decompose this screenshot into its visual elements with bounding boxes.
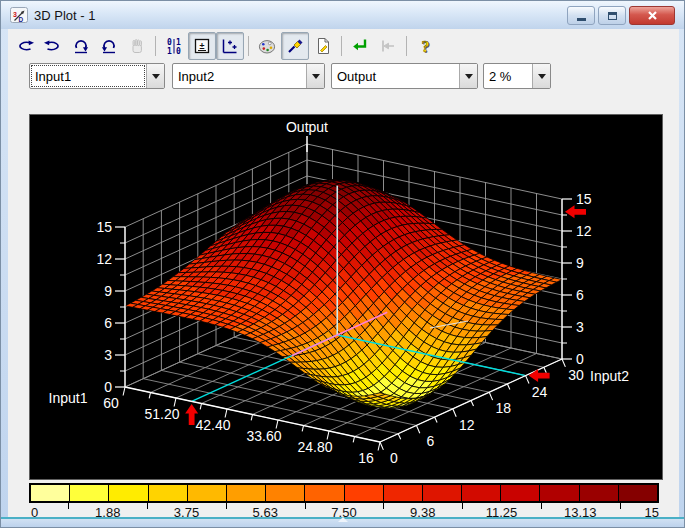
- colorbar-cell: [580, 485, 619, 501]
- rotate-down-button[interactable]: [95, 32, 123, 60]
- rotate-up-button[interactable]: [67, 32, 95, 60]
- surface-plot-canvas[interactable]: 03691215036912156051.2042.4033.6024.8016…: [30, 115, 662, 479]
- axis-box-icon: ±: [192, 36, 212, 56]
- svg-text:0: 0: [176, 47, 181, 56]
- help-icon: ? ?: [415, 36, 435, 56]
- help-button[interactable]: ? ?: [411, 32, 439, 60]
- colorbar-cell: [31, 485, 70, 501]
- z-axis-select[interactable]: Output: [331, 63, 478, 89]
- axis-box-toggle-button[interactable]: ±: [188, 32, 216, 60]
- trace-arrow-icon: [350, 36, 370, 56]
- svg-text:Input1: Input1: [49, 390, 88, 406]
- svg-text:D: D: [19, 16, 24, 23]
- axes-toggle-button[interactable]: [216, 32, 244, 60]
- svg-text:6: 6: [427, 433, 435, 449]
- paint-surface-button[interactable]: [281, 32, 309, 60]
- colorbar-cell: [423, 485, 462, 501]
- page-icon: [313, 36, 333, 56]
- pan-hand-icon: [127, 36, 147, 56]
- x-axis-select[interactable]: Input1: [29, 63, 165, 89]
- z-axis-select-value: Output: [332, 64, 459, 88]
- colorbar-cell: [462, 485, 501, 501]
- toolbar-separator: [341, 36, 342, 56]
- palette-icon: [257, 36, 277, 56]
- svg-text:12: 12: [576, 223, 592, 239]
- rotate-down-icon: [99, 36, 119, 56]
- colorbar-cell: [70, 485, 109, 501]
- rotate-right-button[interactable]: [39, 32, 67, 60]
- colorbar-tick: [383, 503, 384, 509]
- colorbar-cell: [345, 485, 384, 501]
- svg-text:42.40: 42.40: [195, 417, 230, 433]
- colorbar-gradient: [29, 483, 659, 503]
- svg-text:3: 3: [104, 347, 112, 363]
- svg-text:±: ±: [200, 41, 205, 51]
- toolbar-separator: [406, 36, 407, 56]
- dropdown-arrow-icon[interactable]: [532, 64, 550, 88]
- svg-text:12: 12: [459, 417, 475, 433]
- rotate-up-icon: [71, 36, 91, 56]
- svg-text:24: 24: [532, 384, 548, 400]
- svg-text:1: 1: [167, 47, 172, 56]
- colorbar-tick: [462, 503, 463, 509]
- colorbar-tick: [541, 503, 542, 509]
- colorbar-cell: [266, 485, 305, 501]
- colorbar-tick: [620, 503, 621, 509]
- svg-text:0: 0: [390, 450, 398, 466]
- svg-text:60: 60: [103, 395, 119, 411]
- plot-3d[interactable]: 03691215036912156051.2042.4033.6024.8016…: [29, 114, 663, 480]
- axes-icon: [220, 36, 240, 56]
- window-bottom-border: [1, 517, 684, 527]
- resolution-select-value: 2 %: [484, 64, 532, 88]
- toolbar: 01 10 ±: [8, 30, 679, 62]
- svg-text:9: 9: [104, 283, 112, 299]
- maximize-icon: [608, 12, 617, 20]
- reset-view-button[interactable]: [374, 32, 402, 60]
- maximize-button[interactable]: [598, 6, 626, 25]
- toolbar-separator: [155, 36, 156, 56]
- dropdown-arrow-icon[interactable]: [306, 64, 324, 88]
- paintbrush-icon: [285, 36, 305, 56]
- pan-hand-button[interactable]: [123, 32, 151, 60]
- colorbar-cell: [501, 485, 540, 501]
- minimize-button[interactable]: [567, 6, 595, 25]
- colorbar-cell: [227, 485, 266, 501]
- x-axis-select-value: Input1: [30, 64, 146, 88]
- window-title: 3D Plot - 1: [34, 8, 95, 23]
- y-axis-select[interactable]: Input2: [172, 63, 325, 89]
- colorbar-cell: [619, 485, 657, 501]
- colorbar-cell: [188, 485, 227, 501]
- svg-text:30: 30: [568, 367, 584, 383]
- trace-button[interactable]: [346, 32, 374, 60]
- svg-text:6: 6: [104, 315, 112, 331]
- colorbar-tick: [147, 503, 148, 509]
- dropdown-arrow-icon[interactable]: [146, 64, 164, 88]
- colorbar-cell: [109, 485, 148, 501]
- colorbar-cell: [149, 485, 188, 501]
- colorbar-cell: [305, 485, 344, 501]
- rotate-left-button[interactable]: [11, 32, 39, 60]
- svg-text:Output: Output: [286, 119, 328, 135]
- minimize-icon: [577, 18, 586, 21]
- rotate-right-icon: [43, 36, 63, 56]
- binary-values-icon: 01 10: [164, 36, 184, 56]
- svg-text:?: ?: [422, 38, 430, 55]
- svg-text:15: 15: [576, 191, 592, 207]
- svg-text:0: 0: [104, 379, 112, 395]
- palette-button[interactable]: [253, 32, 281, 60]
- svg-text:24.80: 24.80: [297, 439, 332, 455]
- colorbar-tick: [68, 503, 69, 509]
- page-options-button[interactable]: [309, 32, 337, 60]
- resolution-select[interactable]: 2 %: [483, 63, 551, 89]
- titlebar[interactable]: 3 D 3D Plot - 1: [1, 1, 684, 29]
- close-button[interactable]: [629, 6, 675, 25]
- colorbar-cell: [540, 485, 579, 501]
- svg-text:3: 3: [576, 319, 584, 335]
- svg-text:3: 3: [13, 11, 17, 18]
- svg-text:12: 12: [96, 251, 112, 267]
- window-content: 01 10 ±: [8, 29, 679, 519]
- resize-grip[interactable]: [338, 517, 348, 522]
- reset-view-icon: [378, 36, 398, 56]
- binary-values-button[interactable]: 01 10: [160, 32, 188, 60]
- dropdown-arrow-icon[interactable]: [459, 64, 477, 88]
